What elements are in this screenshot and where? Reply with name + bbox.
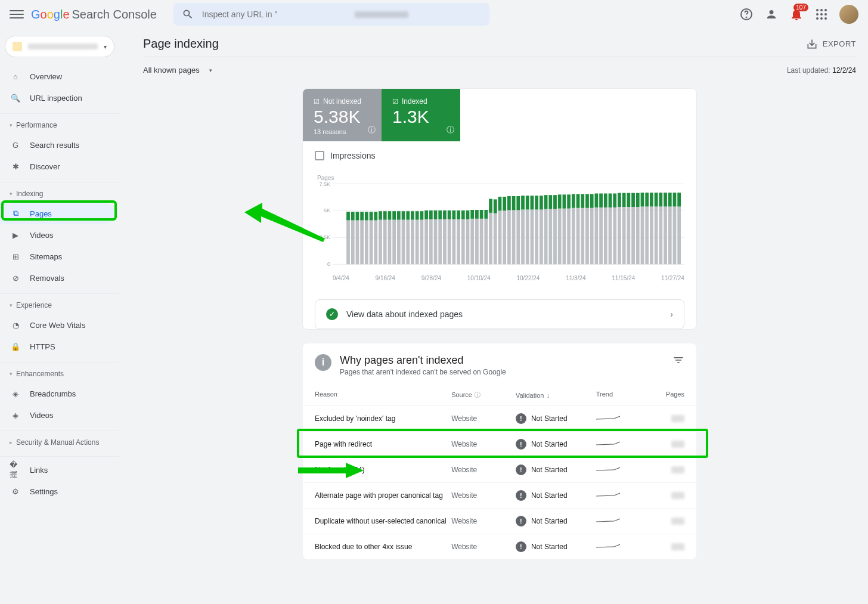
svg-rect-112 — [558, 194, 562, 208]
svg-rect-128 — [595, 193, 599, 207]
col-source[interactable]: Source ⓘ — [451, 391, 516, 399]
svg-rect-124 — [585, 194, 589, 207]
sidebar-item-label: Removals — [30, 274, 64, 283]
apps-icon[interactable] — [814, 7, 829, 21]
cell-validation: !Not Started — [516, 464, 596, 475]
svg-rect-45 — [406, 220, 410, 265]
property-selector[interactable]: ▾ — [5, 36, 114, 57]
table-row[interactable]: Blocked due to other 4xx issue Website !… — [303, 534, 696, 559]
sidebar-item-breadcrumbs[interactable]: ◈Breadcrumbs — [0, 383, 114, 404]
avatar[interactable] — [839, 5, 858, 24]
checkbox-icon[interactable] — [315, 151, 324, 160]
sidebar-section-performance[interactable]: Performance — [0, 116, 119, 134]
sidebar-item-discover[interactable]: ✱Discover — [0, 156, 114, 177]
cell-reason: Blocked due to other 4xx issue — [315, 543, 451, 551]
search-input[interactable] — [202, 10, 501, 19]
google-icon: G — [10, 139, 21, 151]
sidebar-item-links[interactable]: �握Links — [0, 459, 114, 481]
svg-point-5 — [816, 13, 819, 16]
product-logo[interactable]: Google Search Console — [31, 8, 157, 21]
svg-rect-111 — [558, 209, 562, 265]
page-filter-dropdown[interactable]: All known pages — [143, 66, 212, 75]
sidebar-item-label: URL inspection — [30, 94, 82, 103]
impressions-toggle[interactable]: Impressions — [303, 141, 696, 170]
pages-icon: ⧉ — [10, 207, 21, 219]
status-icon: ! — [516, 516, 526, 526]
sidebar-item-settings[interactable]: ⚙Settings — [0, 481, 114, 502]
cell-reason: Page with redirect — [315, 440, 451, 448]
annotation-arrow — [244, 202, 328, 243]
svg-rect-106 — [544, 195, 548, 209]
sidebar-item-cwv[interactable]: ◔Core Web Vitals — [0, 314, 114, 336]
svg-rect-64 — [448, 210, 451, 219]
property-name-redacted — [28, 44, 98, 49]
sidebar-section-enhancements[interactable]: Enhancements — [0, 365, 119, 383]
cell-source: Website — [451, 543, 516, 551]
svg-rect-140 — [622, 193, 626, 207]
help-icon[interactable]: ⓘ — [368, 125, 376, 135]
status-icon: ! — [516, 541, 526, 552]
table-header: Reason Source ⓘ Validation↓ Trend Pages — [303, 382, 696, 405]
svg-rect-155 — [659, 206, 662, 264]
table-row[interactable]: Page with redirect Website !Not Started — [303, 431, 696, 457]
filter-icon[interactable] — [672, 354, 684, 376]
url-inspect-search[interactable] — [173, 3, 489, 26]
svg-rect-66 — [452, 210, 455, 219]
sidebar-item-url-inspection[interactable]: 🔍URL inspection — [0, 87, 114, 109]
col-pages[interactable]: Pages — [644, 391, 684, 399]
tile-not-indexed[interactable]: Not indexed 5.38K 13 reasons ⓘ — [303, 89, 382, 141]
col-reason[interactable]: Reason — [315, 391, 451, 399]
sidebar-item-pages[interactable]: ⧉Pages — [0, 203, 114, 224]
sidebar-item-removals[interactable]: ⊘Removals — [0, 267, 114, 289]
cell-validation: !Not Started — [516, 439, 596, 450]
svg-rect-72 — [466, 210, 470, 219]
reasons-subtitle: Pages that aren't indexed can't be serve… — [340, 368, 506, 376]
svg-rect-41 — [397, 220, 401, 265]
svg-rect-159 — [668, 206, 672, 264]
sidebar-item-https[interactable]: 🔒HTTPS — [0, 336, 114, 357]
help-icon[interactable] — [739, 7, 754, 21]
svg-point-6 — [820, 13, 823, 16]
table-row[interactable]: Excluded by 'noindex' tag Website !Not S… — [303, 405, 696, 431]
svg-rect-68 — [457, 210, 460, 219]
export-button[interactable]: EXPORT — [806, 38, 856, 50]
svg-rect-62 — [443, 210, 447, 219]
svg-rect-83 — [494, 213, 497, 265]
col-validation[interactable]: Validation↓ — [516, 391, 596, 399]
svg-rect-44 — [402, 211, 405, 219]
sidebar-item-videos[interactable]: ▶Videos — [0, 224, 114, 246]
download-icon — [806, 38, 818, 50]
table-row[interactable]: Alternate page with proper canonical tag… — [303, 482, 696, 508]
sidebar-item-search-results[interactable]: GSearch results — [0, 134, 114, 156]
sidebar-section-experience[interactable]: Experience — [0, 296, 119, 314]
menu-icon[interactable] — [10, 7, 24, 21]
sidebar-item-overview[interactable]: ⌂Overview — [0, 66, 114, 87]
help-icon[interactable]: ⓘ — [447, 125, 454, 135]
sidebar-item-sitemaps[interactable]: ⊞Sitemaps — [0, 246, 114, 267]
svg-rect-39 — [392, 220, 396, 265]
svg-rect-84 — [494, 199, 497, 213]
sidebar-item-enh-videos[interactable]: ◈Videos — [0, 404, 114, 426]
table-row[interactable]: Duplicate without user-selected canonica… — [303, 508, 696, 534]
cell-trend — [596, 491, 644, 501]
svg-rect-94 — [516, 196, 520, 210]
sidebar-section-security[interactable]: Security & Manual Actions — [0, 433, 119, 451]
help-icon[interactable]: ⓘ — [474, 391, 480, 398]
svg-rect-105 — [544, 209, 548, 265]
sidebar-section-indexing[interactable]: Indexing — [0, 185, 119, 203]
svg-line-175 — [596, 547, 614, 547]
svg-rect-153 — [655, 206, 658, 264]
tile-indexed[interactable]: Indexed 1.3K ⓘ — [382, 89, 460, 141]
col-trend[interactable]: Trend — [596, 391, 644, 399]
product-name: Search Console — [72, 8, 157, 21]
svg-rect-141 — [627, 207, 630, 264]
view-indexed-pages-link[interactable]: ✓ View data about indexed pages › — [315, 299, 684, 329]
svg-rect-119 — [576, 208, 580, 265]
users-icon[interactable] — [764, 7, 779, 21]
svg-line-167 — [596, 444, 614, 445]
cell-pages — [644, 543, 684, 550]
notifications-icon[interactable]: 107 — [789, 7, 804, 21]
app-header: Google Search Console 107 — [0, 0, 868, 29]
cell-source: Website — [451, 466, 516, 474]
svg-rect-73 — [470, 219, 474, 265]
